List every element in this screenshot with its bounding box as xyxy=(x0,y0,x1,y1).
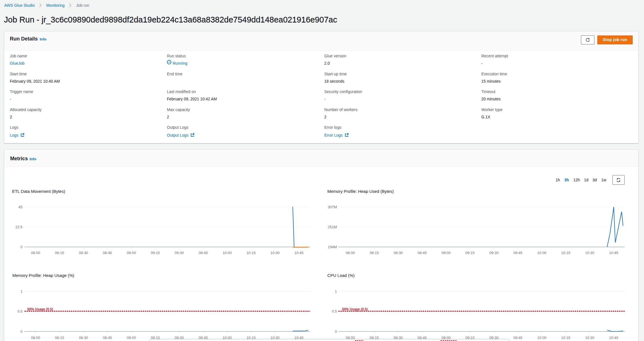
svg-text:09:45: 09:45 xyxy=(513,251,523,255)
svg-text:08:15: 08:15 xyxy=(370,251,379,255)
svg-text:08:45: 08:45 xyxy=(417,336,427,340)
svg-text:10:45: 10:45 xyxy=(609,336,618,340)
svg-text:09:30: 09:30 xyxy=(175,336,184,340)
svg-text:10:15: 10:15 xyxy=(247,336,256,340)
svg-text:10:30: 10:30 xyxy=(270,336,280,340)
svg-text:10:00: 10:00 xyxy=(537,251,547,255)
svg-text:09:00: 09:00 xyxy=(127,251,136,255)
svg-text:09:15: 09:15 xyxy=(151,251,160,255)
svg-text:10:15: 10:15 xyxy=(247,251,256,255)
svg-text:10:00: 10:00 xyxy=(537,336,547,340)
svg-text:10:00: 10:00 xyxy=(223,336,232,340)
svg-text:08:00: 08:00 xyxy=(346,336,355,340)
svg-text:10:30: 10:30 xyxy=(585,336,594,340)
svg-text:08:45: 08:45 xyxy=(103,251,112,255)
svg-text:09:15: 09:15 xyxy=(151,336,160,340)
svg-text:09:30: 09:30 xyxy=(489,251,499,255)
svg-text:09:45: 09:45 xyxy=(199,336,208,340)
svg-text:09:00: 09:00 xyxy=(442,251,451,255)
svg-text:08:15: 08:15 xyxy=(55,251,64,255)
svg-text:08:30: 08:30 xyxy=(393,336,403,340)
svg-text:09:00: 09:00 xyxy=(442,336,451,340)
svg-text:09:15: 09:15 xyxy=(466,251,475,255)
svg-text:10:45: 10:45 xyxy=(609,251,618,255)
svg-text:09:15: 09:15 xyxy=(466,336,475,340)
svg-text:08:00: 08:00 xyxy=(346,251,355,255)
svg-text:10:15: 10:15 xyxy=(561,251,571,255)
svg-text:08:15: 08:15 xyxy=(370,336,379,340)
svg-text:08:30: 08:30 xyxy=(393,251,403,255)
svg-text:08:30: 08:30 xyxy=(79,336,88,340)
svg-text:09:45: 09:45 xyxy=(513,336,523,340)
svg-text:08:15: 08:15 xyxy=(55,336,64,340)
svg-text:08:00: 08:00 xyxy=(31,251,40,255)
svg-text:08:30: 08:30 xyxy=(79,251,88,255)
svg-text:10:15: 10:15 xyxy=(561,336,571,340)
svg-text:10:45: 10:45 xyxy=(294,336,304,340)
svg-text:10:30: 10:30 xyxy=(270,251,280,255)
svg-text:10:45: 10:45 xyxy=(294,251,304,255)
svg-text:10:30: 10:30 xyxy=(585,251,594,255)
svg-text:08:00: 08:00 xyxy=(31,336,40,340)
svg-text:08:45: 08:45 xyxy=(103,336,112,340)
svg-text:09:45: 09:45 xyxy=(199,251,208,255)
svg-text:08:45: 08:45 xyxy=(417,251,427,255)
svg-text:09:00: 09:00 xyxy=(127,336,136,340)
svg-text:09:30: 09:30 xyxy=(489,336,499,340)
svg-text:10:00: 10:00 xyxy=(223,251,232,255)
svg-text:09:30: 09:30 xyxy=(175,251,184,255)
